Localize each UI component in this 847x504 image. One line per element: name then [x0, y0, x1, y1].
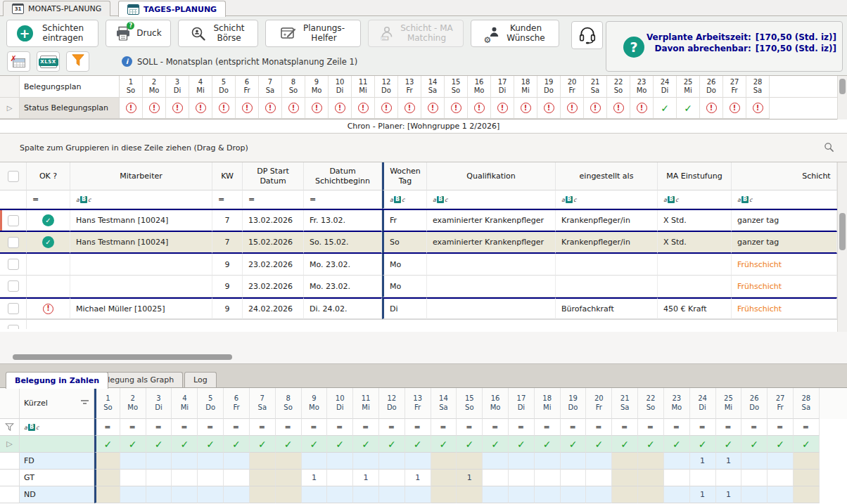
beleg-status-cell[interactable]: ! — [537, 98, 561, 119]
tab-log[interactable]: Log — [184, 372, 217, 387]
bottom-filter-cell[interactable]: = — [146, 419, 172, 436]
filter-cell-wt[interactable]: aBc — [382, 190, 427, 209]
beleg-status-cell[interactable]: ✓ — [654, 98, 677, 119]
column-header-dp[interactable]: DP Start Datum — [243, 162, 304, 190]
tab-tages-planung[interactable]: TAGES-PLANUNG — [118, 1, 226, 17]
beleg-status-cell[interactable]: ! — [236, 98, 259, 119]
beleg-status-cell[interactable]: ✓ — [677, 98, 700, 119]
bottom-filter-cell[interactable]: = — [94, 419, 120, 436]
beleg-status-cell[interactable]: ! — [212, 98, 236, 119]
column-header-wt[interactable]: Wochen Tag — [382, 162, 427, 190]
beleg-status-cell[interactable]: ! — [491, 98, 514, 119]
row-checkbox-cell[interactable] — [0, 254, 27, 276]
bottom-row-expander[interactable] — [0, 453, 20, 470]
beleg-status-cell[interactable]: ! — [282, 98, 305, 119]
row-checkbox[interactable] — [8, 280, 19, 292]
beleg-status-cell[interactable]: ! — [120, 98, 143, 119]
bottom-row[interactable]: FD11 — [0, 453, 847, 470]
bottom-filter-cell[interactable]: = — [509, 419, 535, 436]
beleg-status-cell[interactable]: ! — [700, 98, 723, 119]
grid-row[interactable]: ✓Hans Testmann [10024]713.02.2026Fr. 13.… — [0, 210, 837, 232]
filter-cell-qual[interactable]: aBc — [427, 190, 556, 209]
bottom-filter-cell[interactable]: = — [457, 419, 483, 436]
schicht-boerse-button[interactable]: Schicht Börse — [178, 20, 258, 47]
grid-vertical-scrollbar[interactable] — [837, 162, 847, 332]
beleg-status-cell[interactable]: ! — [259, 98, 282, 119]
bottom-filter-cell[interactable]: = — [302, 419, 328, 436]
row-checkbox[interactable] — [8, 215, 19, 226]
bottom-row[interactable]: ND11 — [0, 486, 847, 503]
bottom-filter-cell[interactable]: = — [405, 419, 431, 436]
beleg-status-cell[interactable]: ! — [143, 98, 166, 119]
kunden-wuensche-button[interactable]: ⚙ Kunden Wünsche — [471, 20, 559, 47]
bottom-filter-cell[interactable]: = — [586, 419, 612, 436]
column-header-ok[interactable]: OK ? — [27, 162, 70, 190]
bottom-filter-cell[interactable]: = — [224, 419, 250, 436]
grid-row[interactable]: 923.02.2026Mo. 23.02.MoFrühschicht — [0, 276, 837, 297]
sort-icon[interactable] — [80, 399, 89, 408]
bottom-filter-cell[interactable]: = — [561, 419, 587, 436]
bottom-filter-cell[interactable]: = — [483, 419, 509, 436]
bottom-filter-cell[interactable]: = — [638, 419, 664, 436]
schichten-eintragen-button[interactable]: + Schichten eintragen — [6, 20, 98, 47]
bottom-filter-cell[interactable]: = — [250, 419, 276, 436]
bottom-filter-cell[interactable]: = — [276, 419, 302, 436]
bottom-filter-cell[interactable]: = — [353, 419, 379, 436]
beleg-status-cell[interactable]: ! — [746, 98, 770, 119]
grid-row[interactable]: !Michael Müller [10025]924.02.2026Di. 24… — [0, 297, 837, 319]
bottom-filter-cell[interactable]: = — [768, 419, 794, 436]
row-checkbox-cell[interactable] — [0, 320, 27, 329]
beleg-vertical-scrollbar[interactable] — [837, 76, 847, 119]
filter-cell-mit[interactable]: aBc — [70, 190, 212, 209]
select-all-checkbox[interactable] — [8, 171, 19, 182]
bottom-filter-cell[interactable]: = — [379, 419, 405, 436]
beleg-status-cell[interactable]: ! — [584, 98, 607, 119]
row-checkbox-cell[interactable] — [0, 232, 27, 254]
row-checkbox-cell[interactable] — [0, 297, 27, 319]
bottom-filter-cell[interactable]: = — [612, 419, 638, 436]
column-header-qual[interactable]: Qualifikation — [427, 162, 556, 190]
column-header-mit[interactable]: Mitarbeiter — [70, 162, 212, 190]
column-header-eing[interactable]: eingestellt als — [556, 162, 658, 190]
beleg-status-cell[interactable]: ! — [421, 98, 445, 119]
druck-button[interactable]: ? Druck — [106, 20, 171, 47]
filter-button[interactable] — [66, 51, 89, 72]
filter-cell-dp[interactable]: = — [243, 190, 304, 209]
tab-monats-planung[interactable]: 31 MONATS-PLANUNG — [3, 1, 110, 16]
headset-button[interactable] — [571, 21, 603, 49]
column-header-ma[interactable]: MA Einstufung — [658, 162, 732, 190]
bottom-row[interactable]: ▷✓✓✓✓✓✓✓✓✓✓✓✓✓✓✓✓✓✓✓✓✓✓✓✓✓✓✓✓ — [0, 436, 847, 453]
bottom-filter-cell[interactable]: = — [120, 419, 146, 436]
column-header-kw[interactable]: KW — [212, 162, 243, 190]
beleg-status-cell[interactable]: ! — [375, 98, 398, 119]
search-icon[interactable] — [824, 142, 834, 155]
beleg-status-cell[interactable]: ! — [398, 98, 421, 119]
group-by-bar[interactable]: Spalte zum Gruppieren in diese Zeile zie… — [0, 134, 847, 162]
bottom-filter-cell[interactable]: = — [664, 419, 690, 436]
row-checkbox[interactable] — [8, 303, 19, 314]
excel-export-button[interactable]: XLSX — [37, 51, 60, 72]
bottom-filter-cell[interactable]: = — [327, 419, 353, 436]
beleg-status-cell[interactable]: ! — [514, 98, 537, 119]
filter-cell-datum[interactable]: = — [304, 190, 382, 209]
beleg-row-expander[interactable]: ▷ — [0, 98, 20, 119]
bottom-filter-cell[interactable]: = — [716, 419, 742, 436]
beleg-status-cell[interactable]: ! — [445, 98, 468, 119]
tab-belegung-in-zahlen[interactable]: Belegung in Zahlen — [6, 372, 108, 389]
bottom-filter-cell[interactable]: = — [741, 419, 768, 436]
filter-cell-ok[interactable]: = — [27, 190, 70, 209]
bottom-row-expander[interactable] — [0, 486, 20, 503]
beleg-status-cell[interactable]: ! — [561, 98, 584, 119]
row-checkbox[interactable] — [8, 325, 19, 330]
row-checkbox[interactable] — [8, 259, 19, 270]
beleg-status-cell[interactable]: ! — [468, 98, 491, 119]
beleg-status-cell[interactable]: ! — [166, 98, 189, 119]
select-all-cell[interactable] — [0, 162, 27, 190]
planungs-helfer-button[interactable]: Planungs-Helfer — [265, 20, 361, 47]
filter-cell-schicht[interactable]: aBc — [732, 190, 837, 209]
beleg-status-cell[interactable]: ! — [329, 98, 352, 119]
beleg-status-cell[interactable]: ! — [305, 98, 329, 119]
grid-row[interactable]: 923.02.2026Mo. 23.02.MoFrühschicht — [0, 254, 837, 276]
beleg-status-cell[interactable]: ! — [352, 98, 375, 119]
bottom-row-expander[interactable] — [0, 470, 20, 486]
